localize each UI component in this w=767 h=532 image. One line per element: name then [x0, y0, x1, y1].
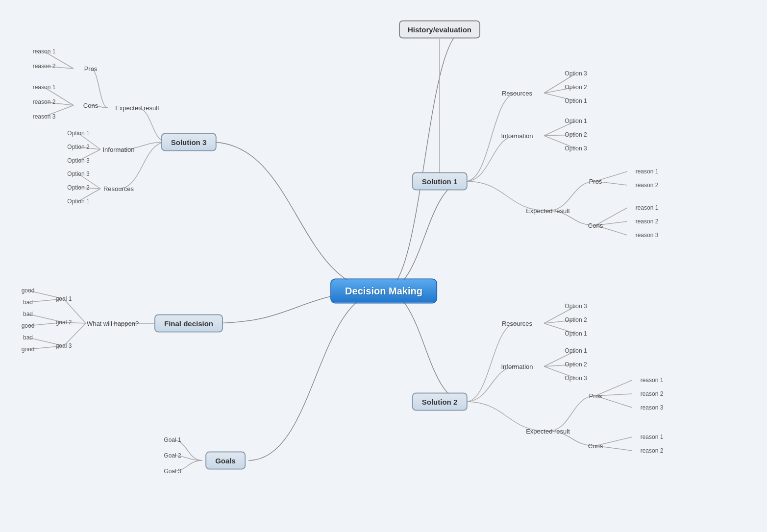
- s3-info-o2: Option 2: [67, 144, 89, 150]
- s3-res-o2: Option 2: [67, 184, 89, 191]
- s1-res-o3: Option 3: [565, 70, 587, 77]
- s2-pros-r2: reason 2: [641, 390, 664, 397]
- goal1: Goal 1: [164, 436, 181, 443]
- s3-res-o3: Option 3: [67, 170, 89, 177]
- s3-res-o1: Option 1: [67, 198, 89, 205]
- fd-goal1: goal 1: [56, 295, 72, 302]
- goal2: Goal 2: [164, 452, 181, 459]
- fd-goal2-good: good: [22, 322, 35, 329]
- s1-info-o3: Option 3: [565, 145, 587, 152]
- fd-goal2-bad: bad: [23, 311, 33, 317]
- s1-information: Information: [501, 132, 533, 140]
- s3-cons-r2: reason 2: [33, 98, 56, 105]
- fd-what: What will happen?: [87, 320, 139, 327]
- s2-cons-r1: reason 1: [641, 434, 664, 440]
- s3-pros-r2: reason 2: [33, 63, 56, 70]
- s2-pros-r3: reason 3: [641, 404, 664, 411]
- s1-expected-result: Expected result: [526, 207, 570, 215]
- s3-info-o1: Option 1: [67, 130, 89, 137]
- s1-res-o2: Option 2: [565, 84, 587, 91]
- history-node: History/evaluation: [399, 21, 480, 39]
- solution3-node: Solution 3: [161, 133, 217, 151]
- s1-cons-r2: reason 2: [636, 218, 659, 225]
- s2-information: Information: [501, 363, 533, 370]
- s3-resources: Resources: [103, 185, 134, 193]
- s2-info-o2: Option 2: [565, 361, 587, 368]
- s2-res-o1: Option 1: [565, 330, 587, 337]
- s1-cons-r1: reason 1: [636, 204, 659, 211]
- s1-pros: Pros: [589, 178, 602, 185]
- fd-goal3-bad: bad: [23, 334, 33, 341]
- s3-info-o3: Option 3: [67, 157, 89, 164]
- s3-expected-result: Expected result: [115, 104, 159, 112]
- fd-goal3-good: good: [22, 346, 35, 353]
- s2-pros-r1: reason 1: [641, 377, 664, 384]
- s1-cons: Cons: [588, 222, 603, 229]
- solution1-node: Solution 1: [412, 172, 468, 191]
- s1-res-o1: Option 1: [565, 97, 587, 104]
- s3-cons: Cons: [83, 102, 98, 109]
- s2-cons: Cons: [588, 442, 603, 450]
- s3-information: Information: [102, 146, 134, 153]
- s3-cons-r3: reason 3: [33, 113, 56, 120]
- fd-goal2: goal 2: [56, 319, 72, 326]
- center-node: Decision Making: [330, 279, 437, 304]
- s3-pros: Pros: [84, 65, 98, 73]
- s2-info-o1: Option 1: [565, 347, 587, 354]
- s2-pros: Pros: [589, 392, 602, 400]
- fd-goal3: goal 3: [56, 342, 72, 349]
- goal3: Goal 3: [164, 468, 181, 475]
- s3-cons-r1: reason 1: [33, 84, 56, 91]
- solution2-node: Solution 2: [412, 393, 468, 411]
- s1-pros-r1: reason 1: [636, 168, 659, 175]
- s1-info-o2: Option 2: [565, 131, 587, 138]
- s2-expected-result: Expected result: [526, 428, 570, 435]
- s1-info-o1: Option 1: [565, 118, 587, 124]
- fd-goal1-bad: bad: [23, 299, 33, 306]
- s1-pros-r2: reason 2: [636, 182, 659, 189]
- goals-node: Goals: [205, 452, 246, 470]
- final-decision-node: Final decision: [154, 314, 223, 333]
- s2-res-o2: Option 2: [565, 316, 587, 323]
- s2-res-o3: Option 3: [565, 303, 587, 310]
- s1-cons-r3: reason 3: [636, 232, 659, 239]
- fd-goal1-good: good: [22, 287, 35, 294]
- s2-resources: Resources: [502, 320, 532, 327]
- s1-resources: Resources: [502, 90, 532, 97]
- s2-info-o3: Option 3: [565, 375, 587, 382]
- s3-pros-r1: reason 1: [33, 48, 56, 55]
- s2-cons-r2: reason 2: [641, 447, 664, 454]
